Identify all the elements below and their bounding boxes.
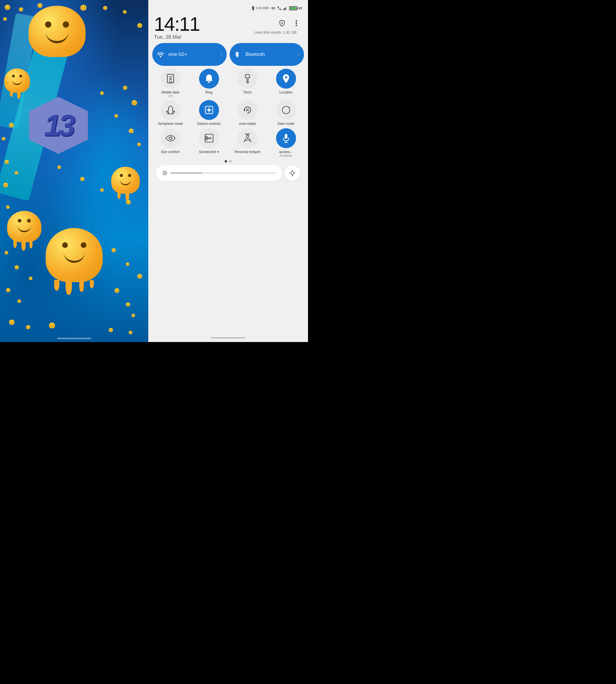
svg-rect-1 [284, 8, 285, 10]
svg-rect-35 [285, 134, 287, 139]
mobile-data-label: Mobile data [161, 90, 179, 94]
menu-button[interactable] [290, 17, 302, 29]
date: Tue, 28 Mar [154, 34, 200, 40]
svg-point-47 [291, 172, 294, 175]
location-tile[interactable]: Location [268, 69, 304, 98]
svg-point-27 [169, 137, 172, 140]
accessibility-icon-circle [276, 128, 296, 148]
battery-indicator: 97 [289, 6, 302, 10]
screenshot-tile[interactable]: Screenshot ▾ [191, 128, 227, 157]
svg-line-45 [163, 174, 164, 175]
svg-rect-13 [247, 82, 248, 83]
brightness-slider[interactable] [156, 165, 282, 181]
status-icons: 0.61 KB/S 97 [251, 6, 302, 11]
eye-comfort-tile[interactable]: Eye comfort [152, 128, 189, 157]
svg-line-44 [166, 174, 167, 175]
personal-hotspot-icon-circle [238, 128, 258, 148]
svg-line-43 [163, 171, 164, 172]
settings-button[interactable] [276, 17, 288, 29]
dark-mode-tile[interactable]: Dark mode [268, 100, 304, 126]
svg-point-28 [171, 137, 171, 138]
clock: 14:11 [154, 14, 200, 33]
svg-point-32 [206, 136, 207, 138]
svg-rect-3 [286, 6, 287, 10]
device-controls-label: Device controls [197, 122, 220, 126]
svg-line-46 [166, 171, 167, 172]
brightness-fill [171, 173, 202, 174]
svg-point-8 [296, 25, 297, 26]
brightness-auto-icon: A [289, 169, 296, 177]
wifi-tile[interactable]: ome 5G+ › [152, 43, 227, 66]
more-options-icon [295, 20, 297, 26]
bluetooth-label: Bluetooth [245, 52, 295, 57]
mobile-data-sublabel: Off [161, 94, 179, 98]
location-label: Location [280, 90, 292, 94]
device-controls-tile[interactable]: Device controls [191, 100, 227, 126]
top-tiles-row: ome 5G+ › Bluetooth › [152, 43, 304, 66]
tiles-grid: Mobile data Off Ring [152, 69, 304, 157]
time-date: 14:11 Tue, 28 Mar [154, 14, 200, 40]
svg-line-25 [289, 107, 290, 107]
home-indicator-right [211, 337, 245, 339]
page-dot-2 [229, 160, 232, 162]
wallpaper-panel: 😊 😊 😊 😊 😊 😊 😊 😊 😊 [0, 0, 148, 342]
svg-point-6 [296, 20, 297, 22]
auto-rotate-icon-circle [238, 100, 258, 120]
auto-rotate-label: Auto-rotate [239, 122, 256, 126]
quick-settings-panel: 0.61 KB/S 97 [148, 0, 308, 342]
aeroplane-tile[interactable]: Aeroplane mode [152, 100, 189, 126]
torch-tile[interactable]: Torch [229, 69, 265, 98]
eye-comfort-label: Eye comfort [161, 150, 179, 154]
bluetooth-tile[interactable]: Bluetooth › [229, 43, 304, 66]
svg-rect-2 [285, 7, 286, 10]
shield-icon [279, 20, 285, 26]
bluetooth-status-icon [251, 6, 255, 11]
torch-label: Torch [243, 90, 251, 94]
bluetooth-arrow-icon: › [298, 52, 300, 57]
aeroplane-icon-circle [160, 100, 180, 120]
bluetooth-tile-icon [234, 51, 243, 58]
accessibility-sublabel: Available [279, 154, 292, 157]
network-speed: 0.61 KB/S [256, 6, 269, 10]
location-icon-circle [276, 69, 296, 89]
personal-hotspot-label: Personal hotspot [235, 150, 260, 154]
page-dot-1 [225, 160, 227, 162]
ring-icon-circle [199, 69, 219, 89]
mobile-data-icon-circle [160, 69, 180, 89]
header: 14:11 Tue, 28 Mar [148, 13, 308, 43]
ring-tile[interactable]: Ring [191, 69, 227, 98]
accessibility-label: access... [279, 150, 292, 154]
auto-rotate-tile[interactable]: Auto-rotate [229, 100, 265, 126]
wifi-arrow-icon: › [221, 52, 222, 57]
svg-point-34 [246, 135, 249, 137]
dark-mode-label: Dark mode [278, 122, 294, 126]
dark-mode-icon-circle [276, 100, 296, 120]
svg-point-33 [206, 138, 207, 140]
svg-point-23 [282, 106, 290, 114]
personal-hotspot-tile[interactable]: Personal hotspot [229, 128, 265, 157]
header-actions: Used this month: 1.91 GB [254, 14, 302, 38]
brightness-min-icon [162, 170, 168, 176]
screenshot-label: Screenshot ▾ [199, 150, 219, 154]
mobile-data-tile[interactable]: Mobile data Off [152, 69, 189, 98]
torch-icon-circle [238, 69, 258, 89]
device-controls-icon-circle [199, 100, 219, 120]
svg-point-19 [208, 109, 210, 111]
screenshot-icon-circle [199, 128, 219, 148]
svg-point-9 [160, 56, 161, 58]
svg-text:A: A [292, 175, 293, 177]
wifi-icon [157, 51, 166, 57]
svg-rect-0 [283, 8, 284, 10]
battery-percentage: 97 [299, 6, 302, 10]
wifi-status-icon [271, 6, 276, 10]
svg-point-7 [296, 23, 297, 24]
brightness-auto-button[interactable]: A [285, 165, 300, 181]
brightness-track[interactable] [171, 173, 276, 174]
page-indicators [152, 160, 304, 162]
status-bar: 0.61 KB/S 97 [148, 0, 308, 13]
svg-line-15 [250, 75, 251, 75]
accessibility-tile[interactable]: access... Available [268, 128, 304, 157]
data-usage: Used this month: 1.91 GB [254, 30, 302, 35]
svg-point-38 [164, 172, 166, 174]
wifi-label: ome 5G+ [168, 52, 218, 57]
